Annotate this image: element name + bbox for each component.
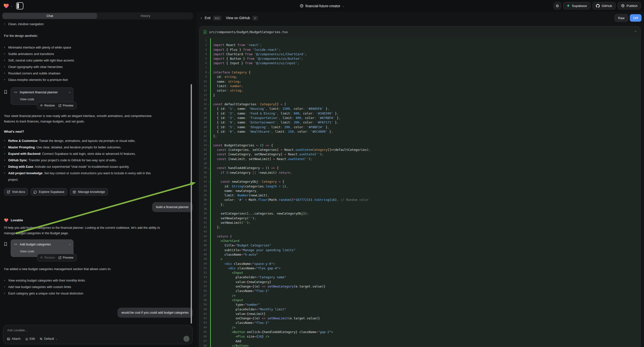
send-button[interactable]: ↑ (184, 336, 190, 342)
code-text: <div className="flex gap-4"> (210, 266, 640, 270)
back-chevron-icon[interactable]: ‹ (201, 16, 202, 20)
line-number: 16 (200, 106, 207, 111)
bullet-dot: • (4, 70, 8, 77)
settings-button[interactable]: ⚙ (554, 2, 561, 10)
gutter-spacer (207, 298, 210, 302)
bookmark-icon[interactable] (4, 87, 11, 94)
bookmark-icon[interactable] (4, 240, 11, 246)
version-actions-pill: ⟳Restore Preview (37, 102, 77, 109)
chat-input-box: Attach ◎ Edit Default ⌄ ↑ (3, 325, 193, 344)
gutter-spacer (207, 125, 210, 130)
code-text: /> (210, 294, 640, 298)
publish-button[interactable]: Publish (618, 2, 641, 10)
explore-supabase-button[interactable]: Explore Supabase (30, 188, 67, 196)
bullet-text: Add new budget categories with custom li… (8, 284, 71, 290)
view-on-github-link[interactable]: View on GitHub (226, 16, 250, 20)
view-code-link[interactable]: View code (20, 97, 70, 102)
manage-knowledge-button[interactable]: Manage knowledge (70, 188, 108, 196)
restore-button-disabled[interactable]: ⟳Restore (40, 256, 55, 260)
line-number: 28 (200, 161, 207, 166)
code-line: 27 const [newLimit, setNewLimit] = React… (200, 157, 640, 161)
line-number: 37 (200, 202, 207, 207)
attach-button[interactable]: Attach (7, 337, 20, 340)
gutter-spacer (207, 161, 210, 166)
version-card-title: Add budget categories (20, 242, 51, 247)
list-item: •Debug with Ease: Activate our experimen… (4, 164, 193, 170)
line-number: 63 (200, 320, 207, 325)
code-text: name: string; (210, 80, 640, 84)
gutter-spacer (207, 84, 210, 88)
code-line: 18 { id: '3', name: 'Transportation', li… (200, 116, 640, 120)
code-line: 35 limit: Number(newLimit), (200, 193, 640, 198)
gutter-spacer (207, 257, 210, 261)
supabase-button[interactable]: Supabase (563, 2, 590, 10)
gutter-spacer (207, 339, 210, 344)
code-line: 45 <ChartCard (200, 239, 640, 243)
code-text: <Button onClick={handleAddCategory} clas… (210, 330, 640, 334)
raw-toggle-button[interactable]: Raw (615, 14, 628, 22)
file-path-bar[interactable]: src/components/budget/BudgetCategories.t… (200, 26, 640, 38)
code-text (210, 207, 640, 211)
workspace-chevron-icon[interactable]: ⌄ (11, 4, 13, 7)
code-line: 13} (200, 93, 640, 98)
code-line: 19 { id: '4', name: 'Entertainment', lim… (200, 120, 640, 125)
chat-scrollbar-thumb[interactable] (191, 84, 192, 324)
line-number: 23 (200, 139, 207, 143)
external-link-icon (58, 256, 61, 259)
code-text: /> (210, 325, 640, 330)
exit-button[interactable]: Exit (205, 16, 210, 20)
tab-history[interactable]: History (98, 12, 193, 20)
code-text: ]; (210, 134, 640, 138)
line-number: 9 (200, 75, 207, 79)
project-switcher[interactable]: financial-future-creator ⌄ (300, 0, 344, 12)
visit-docs-button[interactable]: Visit docs (4, 188, 28, 196)
package-icon (73, 190, 76, 194)
diff-toggle-button[interactable]: Diff (630, 14, 642, 22)
fold-chevron-icon[interactable]: ⌄ (207, 180, 210, 184)
gutter-spacer (207, 130, 210, 134)
code-text: { id: '5', name: 'Shopping', limit: 200,… (210, 125, 640, 130)
bullet-dot: • (4, 64, 8, 70)
toggle-sidebar-button[interactable] (16, 2, 24, 10)
restore-button[interactable]: ⟳Restore (40, 103, 55, 108)
view-code-link[interactable]: View code (20, 249, 70, 254)
code-text: value={newCategory} (210, 280, 640, 284)
chat-scroll-area[interactable]: • Clean, intuitive navigation For the de… (0, 20, 197, 324)
code-text: className="h-auto" (210, 252, 640, 257)
design-bullet-list: •Minimalist interface with plenty of whi… (4, 44, 193, 83)
code-line: 9 id: string; (200, 75, 640, 79)
code-line: 10 name: string; (200, 80, 640, 84)
code-line: 21 { id: '6', name: 'Healthcare', limit:… (200, 130, 640, 134)
preview-button[interactable]: Preview (58, 256, 74, 260)
line-number: 49 (200, 257, 207, 261)
gutter-spacer (207, 234, 210, 239)
edit-button[interactable]: ◎ Edit (25, 337, 35, 341)
code-text: const newCategoryObj: Category = { (210, 180, 640, 184)
fold-chevron-icon[interactable]: ⌄ (207, 166, 210, 170)
bullet-dot: • (4, 57, 8, 64)
tab-chat[interactable]: Chat (2, 12, 98, 20)
g-key-badge: G (253, 16, 258, 20)
bullet-dot: • (4, 277, 8, 284)
github-button[interactable]: GitHub (592, 2, 616, 10)
section-heading: For the design aesthetic: (4, 34, 193, 38)
assistant-header: Lovable ⋯ (4, 218, 193, 222)
code-text: onChange={(e) => setNewLimit(e.target.va… (210, 316, 640, 320)
code-text: { id: '1', name: 'Housing', limit: 1500,… (210, 106, 640, 111)
line-number: 62 (200, 316, 207, 320)
fold-chevron-icon[interactable]: ⌄ (207, 70, 210, 75)
gutter-spacer (207, 184, 210, 189)
gutter-spacer (207, 252, 210, 257)
line-number: 43 (200, 230, 207, 234)
gutter-spacer (207, 334, 210, 339)
lovable-heart-icon (4, 218, 8, 222)
preview-button[interactable]: Preview (58, 103, 74, 108)
fold-chevron-icon[interactable]: ⌄ (207, 102, 210, 106)
fold-chevron-icon[interactable]: ⌄ (207, 143, 210, 148)
list-item: •Glass-morphic elements for a premium fe… (4, 77, 193, 83)
chat-input[interactable] (7, 328, 189, 335)
mode-select[interactable]: Default ⌄ (40, 337, 58, 340)
collapse-chevron-icon[interactable]: ⌃ (634, 30, 636, 34)
line-number: 29 (200, 166, 207, 170)
code-text: placeholder="Monthly limit" (210, 307, 640, 312)
